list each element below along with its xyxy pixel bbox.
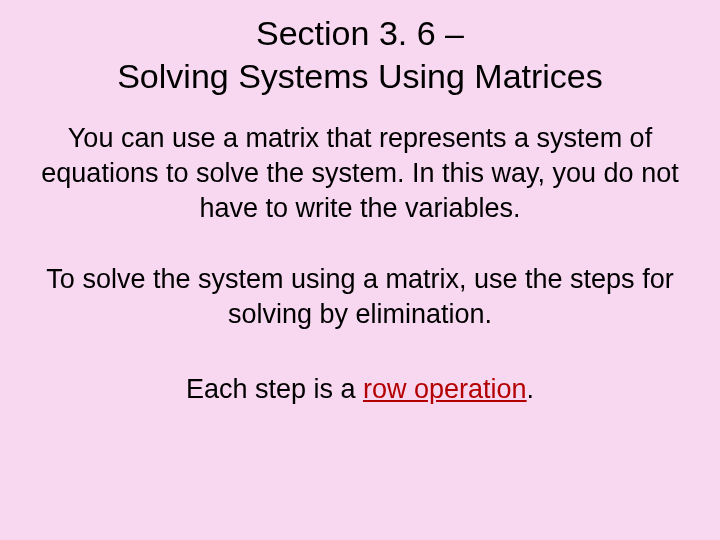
paragraph-1: You can use a matrix that represents a s… [20, 121, 700, 226]
slide-title: Section 3. 6 – Solving Systems Using Mat… [20, 12, 700, 97]
final-suffix: . [527, 374, 535, 404]
title-line-1: Section 3. 6 – [256, 14, 464, 52]
paragraph-2: To solve the system using a matrix, use … [20, 262, 700, 332]
title-line-2: Solving Systems Using Matrices [117, 57, 603, 95]
keyword-row-operation: row operation [363, 374, 527, 404]
final-line: Each step is a row operation. [20, 372, 700, 407]
final-prefix: Each step is a [186, 374, 363, 404]
